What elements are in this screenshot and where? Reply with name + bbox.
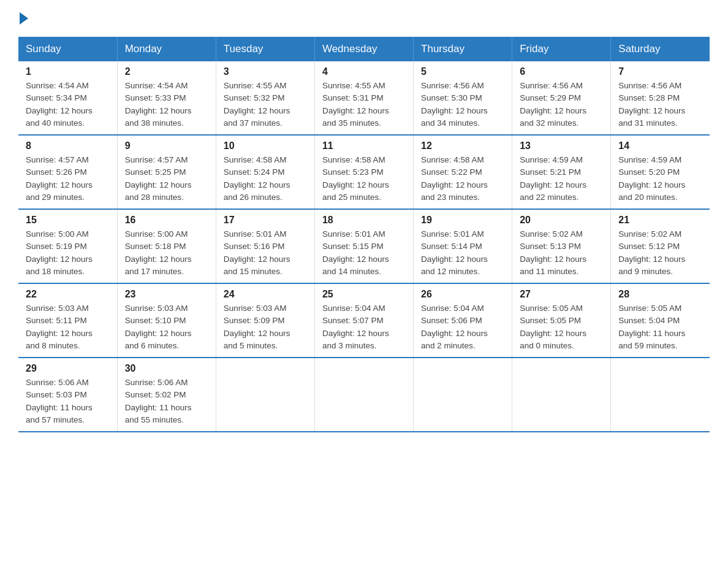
day-number: 7 xyxy=(618,66,702,77)
day-number: 25 xyxy=(322,289,406,300)
calendar-cell-w3-d7: 21 Sunrise: 5:02 AMSunset: 5:12 PMDaylig… xyxy=(611,209,710,283)
day-info: Sunrise: 5:01 AMSunset: 5:15 PMDaylight:… xyxy=(322,228,406,278)
day-info: Sunrise: 4:58 AMSunset: 5:24 PMDaylight:… xyxy=(224,154,307,204)
header-thursday: Thursday xyxy=(414,37,512,61)
day-number: 5 xyxy=(421,66,504,77)
day-info: Sunrise: 5:06 AMSunset: 5:02 PMDaylight:… xyxy=(125,377,208,426)
header-sunday: Sunday xyxy=(18,37,117,61)
header-tuesday: Tuesday xyxy=(216,37,314,61)
header-monday: Monday xyxy=(117,37,216,61)
calendar-cell-w4-d7: 28 Sunrise: 5:05 AMSunset: 5:04 PMDaylig… xyxy=(611,283,710,358)
logo-flag-icon xyxy=(20,12,28,25)
day-info: Sunrise: 5:03 AMSunset: 5:11 PMDaylight:… xyxy=(26,302,110,352)
day-number: 23 xyxy=(125,289,208,300)
day-number: 21 xyxy=(618,215,702,226)
calendar-cell-w1-d5: 5 Sunrise: 4:56 AMSunset: 5:30 PMDayligh… xyxy=(414,61,512,135)
day-number: 4 xyxy=(322,66,406,77)
day-info: Sunrise: 5:03 AMSunset: 5:09 PMDaylight:… xyxy=(224,302,307,352)
day-info: Sunrise: 4:59 AMSunset: 5:21 PMDaylight:… xyxy=(520,154,603,204)
day-info: Sunrise: 4:55 AMSunset: 5:32 PMDaylight:… xyxy=(224,80,307,129)
day-number: 2 xyxy=(125,66,208,77)
header-wednesday: Wednesday xyxy=(314,37,413,61)
day-number: 24 xyxy=(224,289,307,300)
calendar-cell-w5-d2: 30 Sunrise: 5:06 AMSunset: 5:02 PMDaylig… xyxy=(117,358,216,432)
calendar-cell-w2-d1: 8 Sunrise: 4:57 AMSunset: 5:26 PMDayligh… xyxy=(18,135,117,209)
day-info: Sunrise: 5:02 AMSunset: 5:12 PMDaylight:… xyxy=(618,228,702,278)
day-info: Sunrise: 5:00 AMSunset: 5:18 PMDaylight:… xyxy=(125,228,208,278)
day-number: 13 xyxy=(520,140,603,151)
day-info: Sunrise: 5:06 AMSunset: 5:03 PMDaylight:… xyxy=(26,377,110,426)
day-number: 16 xyxy=(125,215,208,226)
day-number: 18 xyxy=(322,215,406,226)
day-number: 1 xyxy=(26,66,110,77)
day-number: 26 xyxy=(421,289,504,300)
day-number: 10 xyxy=(224,140,307,151)
calendar-cell-w5-d6 xyxy=(512,358,611,432)
calendar-cell-w5-d7 xyxy=(611,358,710,432)
day-info: Sunrise: 4:54 AMSunset: 5:33 PMDaylight:… xyxy=(125,80,208,129)
calendar-cell-w2-d3: 10 Sunrise: 4:58 AMSunset: 5:24 PMDaylig… xyxy=(216,135,314,209)
day-info: Sunrise: 5:05 AMSunset: 5:04 PMDaylight:… xyxy=(618,302,702,352)
calendar-cell-w1-d2: 2 Sunrise: 4:54 AMSunset: 5:33 PMDayligh… xyxy=(117,61,216,135)
header-row: SundayMondayTuesdayWednesdayThursdayFrid… xyxy=(18,37,710,61)
day-number: 30 xyxy=(125,363,208,374)
week-row-4: 22 Sunrise: 5:03 AMSunset: 5:11 PMDaylig… xyxy=(18,283,710,358)
calendar-cell-w1-d7: 7 Sunrise: 4:56 AMSunset: 5:28 PMDayligh… xyxy=(611,61,710,135)
calendar-cell-w3-d5: 19 Sunrise: 5:01 AMSunset: 5:14 PMDaylig… xyxy=(414,209,512,283)
day-info: Sunrise: 5:03 AMSunset: 5:10 PMDaylight:… xyxy=(125,302,208,352)
day-number: 14 xyxy=(618,140,702,151)
day-info: Sunrise: 5:00 AMSunset: 5:19 PMDaylight:… xyxy=(26,228,110,278)
day-number: 27 xyxy=(520,289,603,300)
day-info: Sunrise: 5:02 AMSunset: 5:13 PMDaylight:… xyxy=(520,228,603,278)
day-info: Sunrise: 5:04 AMSunset: 5:07 PMDaylight:… xyxy=(322,302,406,352)
day-number: 3 xyxy=(224,66,307,77)
calendar-cell-w1-d1: 1 Sunrise: 4:54 AMSunset: 5:34 PMDayligh… xyxy=(18,61,117,135)
day-info: Sunrise: 4:55 AMSunset: 5:31 PMDaylight:… xyxy=(322,80,406,129)
calendar-body: 1 Sunrise: 4:54 AMSunset: 5:34 PMDayligh… xyxy=(18,61,710,432)
calendar-cell-w4-d4: 25 Sunrise: 5:04 AMSunset: 5:07 PMDaylig… xyxy=(314,283,413,358)
calendar-cell-w5-d5 xyxy=(414,358,512,432)
header-friday: Friday xyxy=(512,37,611,61)
day-number: 19 xyxy=(421,215,504,226)
calendar-cell-w4-d1: 22 Sunrise: 5:03 AMSunset: 5:11 PMDaylig… xyxy=(18,283,117,358)
calendar-cell-w2-d7: 14 Sunrise: 4:59 AMSunset: 5:20 PMDaylig… xyxy=(611,135,710,209)
calendar-cell-w4-d6: 27 Sunrise: 5:05 AMSunset: 5:05 PMDaylig… xyxy=(512,283,611,358)
page-header xyxy=(18,12,710,25)
week-row-1: 1 Sunrise: 4:54 AMSunset: 5:34 PMDayligh… xyxy=(18,61,710,135)
day-number: 8 xyxy=(26,140,110,151)
calendar-cell-w4-d3: 24 Sunrise: 5:03 AMSunset: 5:09 PMDaylig… xyxy=(216,283,314,358)
day-number: 29 xyxy=(26,363,110,374)
calendar-cell-w2-d4: 11 Sunrise: 4:58 AMSunset: 5:23 PMDaylig… xyxy=(314,135,413,209)
calendar-cell-w3-d6: 20 Sunrise: 5:02 AMSunset: 5:13 PMDaylig… xyxy=(512,209,611,283)
day-info: Sunrise: 5:01 AMSunset: 5:16 PMDaylight:… xyxy=(224,228,307,278)
calendar-cell-w5-d1: 29 Sunrise: 5:06 AMSunset: 5:03 PMDaylig… xyxy=(18,358,117,432)
day-info: Sunrise: 4:57 AMSunset: 5:25 PMDaylight:… xyxy=(125,154,208,204)
calendar-cell-w5-d4 xyxy=(314,358,413,432)
day-info: Sunrise: 4:56 AMSunset: 5:30 PMDaylight:… xyxy=(421,80,504,129)
logo xyxy=(18,12,28,25)
day-number: 9 xyxy=(125,140,208,151)
calendar-cell-w5-d3 xyxy=(216,358,314,432)
calendar-cell-w4-d5: 26 Sunrise: 5:04 AMSunset: 5:06 PMDaylig… xyxy=(414,283,512,358)
week-row-5: 29 Sunrise: 5:06 AMSunset: 5:03 PMDaylig… xyxy=(18,358,710,432)
day-info: Sunrise: 4:57 AMSunset: 5:26 PMDaylight:… xyxy=(26,154,110,204)
day-info: Sunrise: 4:58 AMSunset: 5:23 PMDaylight:… xyxy=(322,154,406,204)
calendar-cell-w1-d6: 6 Sunrise: 4:56 AMSunset: 5:29 PMDayligh… xyxy=(512,61,611,135)
day-info: Sunrise: 5:05 AMSunset: 5:05 PMDaylight:… xyxy=(520,302,603,352)
calendar-cell-w3-d1: 15 Sunrise: 5:00 AMSunset: 5:19 PMDaylig… xyxy=(18,209,117,283)
day-info: Sunrise: 4:59 AMSunset: 5:20 PMDaylight:… xyxy=(618,154,702,204)
week-row-3: 15 Sunrise: 5:00 AMSunset: 5:19 PMDaylig… xyxy=(18,209,710,283)
day-info: Sunrise: 4:58 AMSunset: 5:22 PMDaylight:… xyxy=(421,154,504,204)
calendar-cell-w1-d3: 3 Sunrise: 4:55 AMSunset: 5:32 PMDayligh… xyxy=(216,61,314,135)
day-info: Sunrise: 4:54 AMSunset: 5:34 PMDaylight:… xyxy=(26,80,110,129)
calendar-cell-w2-d2: 9 Sunrise: 4:57 AMSunset: 5:25 PMDayligh… xyxy=(117,135,216,209)
day-number: 28 xyxy=(618,289,702,300)
calendar-header: SundayMondayTuesdayWednesdayThursdayFrid… xyxy=(18,37,710,61)
header-saturday: Saturday xyxy=(611,37,710,61)
day-number: 11 xyxy=(322,140,406,151)
week-row-2: 8 Sunrise: 4:57 AMSunset: 5:26 PMDayligh… xyxy=(18,135,710,209)
day-info: Sunrise: 5:04 AMSunset: 5:06 PMDaylight:… xyxy=(421,302,504,352)
calendar-cell-w2-d5: 12 Sunrise: 4:58 AMSunset: 5:22 PMDaylig… xyxy=(414,135,512,209)
day-number: 22 xyxy=(26,289,110,300)
day-info: Sunrise: 4:56 AMSunset: 5:29 PMDaylight:… xyxy=(520,80,603,129)
